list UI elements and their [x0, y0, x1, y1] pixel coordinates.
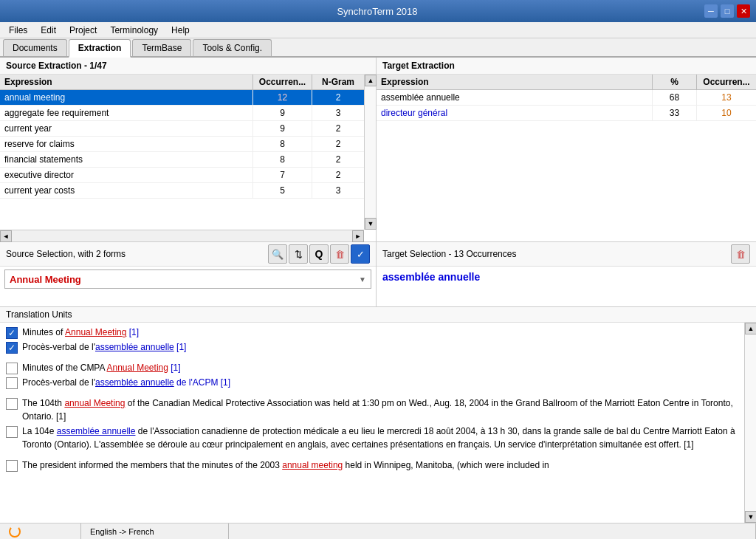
tu-separator [6, 391, 738, 396]
target-row-pct: 33 [653, 106, 697, 120]
source-table-row[interactable]: executive director 7 2 [0, 168, 364, 183]
tu-link-blue[interactable]: assemblée annuelle [57, 426, 136, 436]
tu-vscroll[interactable]: ▲ ▼ [744, 323, 756, 523]
source-table-row[interactable]: aggregate fee requirement 9 3 [0, 106, 364, 121]
tab-termbase[interactable]: TermBase [132, 39, 191, 56]
dropdown-arrow: ▼ [359, 275, 366, 284]
source-col-expression: Expression [0, 75, 253, 89]
target-extraction-panel: Target Extraction Expression % Occurren.… [377, 58, 756, 241]
source-vscroll[interactable]: ▲ ▼ [364, 75, 376, 230]
menu-edit[interactable]: Edit [35, 24, 62, 37]
tab-bar: Documents Extraction TermBase Tools & Co… [0, 38, 756, 58]
source-hscroll[interactable]: ◄ ► [0, 230, 364, 241]
target-col-expression: Expression [377, 75, 653, 89]
tu-item: La 104e assemblée annuelle de l'Associat… [6, 425, 738, 451]
tu-checkbox[interactable] [6, 460, 18, 472]
source-table-row[interactable]: current year 9 2 [0, 121, 364, 137]
tu-text-normal: of the Canadian Medical Protective Assoc… [22, 398, 733, 422]
source-row-occurrences: 5 [253, 183, 312, 198]
source-table-row[interactable]: financial statements 8 2 [0, 152, 364, 168]
source-col-occurrences: Occurren... [253, 75, 312, 89]
scroll-track [365, 86, 376, 218]
source-table-row[interactable]: annual meeting 12 2 [0, 90, 364, 106]
scroll-right-btn[interactable]: ► [352, 230, 364, 242]
menu-help[interactable]: Help [165, 24, 196, 37]
tu-link-red[interactable]: Annual Meeting [65, 327, 126, 337]
source-table-wrap: Expression Occurren... N-Gram annual mee… [0, 75, 376, 241]
tu-ref: [1] [126, 327, 139, 337]
source-selection-dropdown[interactable]: Annual Meeting ▼ [4, 270, 371, 289]
target-selection-value: assemblée annuelle [377, 267, 756, 287]
maximize-button[interactable]: □ [721, 4, 734, 18]
tu-link-red[interactable]: annual Meeting [64, 398, 125, 408]
translation-units: Translation Units ✓Minutes of Annual Mee… [0, 307, 756, 523]
target-selection: Target Selection - 13 Occurrences 🗑 asse… [377, 242, 756, 306]
tu-link-blue[interactable]: assemblée annuelle [95, 342, 174, 352]
minimize-button[interactable]: ─ [704, 4, 718, 18]
tu-link-red[interactable]: annual meeting [282, 460, 343, 470]
source-row-occurrences: 12 [253, 90, 312, 105]
delete-btn[interactable]: 🗑 [330, 244, 349, 264]
tu-checkbox[interactable] [6, 426, 18, 438]
source-row-occurrences: 9 [253, 106, 312, 120]
source-row-ngram: 2 [312, 121, 364, 136]
tu-checkbox[interactable] [6, 363, 18, 374]
tu-checkbox[interactable] [6, 377, 18, 389]
tu-checkbox[interactable]: ✓ [6, 327, 18, 339]
tu-text-normal: held in Winnipeg, Manitoba, (which were … [343, 460, 549, 470]
quick-btn[interactable]: Q [309, 244, 329, 264]
menu-files[interactable]: Files [3, 24, 33, 37]
scroll-up-btn[interactable]: ▲ [365, 75, 377, 86]
status-spinner-segment [0, 523, 81, 539]
target-table-row[interactable]: directeur général 33 10 [377, 106, 756, 121]
source-row-occurrences: 8 [253, 137, 312, 151]
tu-text-normal: La 104e [22, 426, 57, 436]
source-table-header: Expression Occurren... N-Gram [0, 75, 364, 90]
tu-item: ✓Procès-verbal de l'assemblée annuelle [… [6, 340, 738, 354]
source-row-occurrences: 7 [253, 168, 312, 182]
source-row-expression: current year costs [0, 183, 253, 198]
tu-text-normal: The president informed the members that … [22, 460, 282, 470]
title-bar: SynchroTerm 2018 ─ □ ✕ [0, 0, 756, 22]
tu-body: ✓Minutes of Annual Meeting [1]✓Procès-ve… [0, 323, 744, 523]
scroll-down-btn[interactable]: ▼ [365, 218, 377, 230]
source-selection-content: Annual Meeting ▼ [0, 267, 376, 292]
tab-documents[interactable]: Documents [3, 39, 67, 56]
target-table-row[interactable]: assemblée annuelle 68 13 [377, 90, 756, 106]
tu-checkbox[interactable] [6, 398, 18, 410]
source-row-expression: executive director [0, 168, 253, 182]
swap-btn[interactable]: ⇅ [289, 244, 308, 264]
source-table-body: annual meeting 12 2 aggregate fee requir… [0, 90, 364, 230]
status-right [229, 523, 756, 539]
close-button[interactable]: ✕ [737, 4, 750, 18]
confirm-btn[interactable]: ✓ [351, 244, 370, 264]
tu-item: ✓Minutes of Annual Meeting [1] [6, 326, 738, 339]
tu-checkbox[interactable]: ✓ [6, 342, 18, 354]
source-selection-value: Annual Meeting [10, 274, 81, 285]
source-row-ngram: 2 [312, 152, 364, 167]
source-table-row[interactable]: reserve for claims 8 2 [0, 137, 364, 152]
tu-text-normal: Minutes of the CMPA [22, 363, 107, 373]
target-delete-btn[interactable]: 🗑 [731, 244, 750, 264]
tu-separator [6, 453, 738, 459]
source-table-row[interactable]: current year costs 5 3 [0, 183, 364, 199]
tu-separator [6, 355, 738, 361]
target-row-expression: assemblée annuelle [377, 90, 653, 105]
translation-units-header: Translation Units [0, 307, 756, 323]
menu-project[interactable]: Project [63, 24, 103, 37]
tu-scroll-down[interactable]: ▼ [745, 511, 756, 523]
tu-link-blue[interactable]: assemblée annuelle [95, 377, 174, 388]
target-row-occurrences: 13 [697, 90, 756, 105]
search-btn[interactable]: 🔍 [268, 244, 287, 264]
source-row-expression: annual meeting [0, 90, 253, 105]
app-title: SynchroTerm 2018 [50, 6, 704, 17]
tu-scroll-up[interactable]: ▲ [745, 323, 756, 334]
source-row-expression: current year [0, 121, 253, 136]
scroll-left-btn[interactable]: ◄ [0, 230, 12, 242]
menu-terminology[interactable]: Terminology [104, 24, 164, 37]
source-row-occurrences: 9 [253, 121, 312, 136]
tu-link-red[interactable]: Annual Meeting [107, 363, 168, 373]
tab-extraction[interactable]: Extraction [69, 39, 131, 58]
tab-tools[interactable]: Tools & Config. [193, 39, 272, 56]
source-row-ngram: 2 [312, 90, 364, 105]
